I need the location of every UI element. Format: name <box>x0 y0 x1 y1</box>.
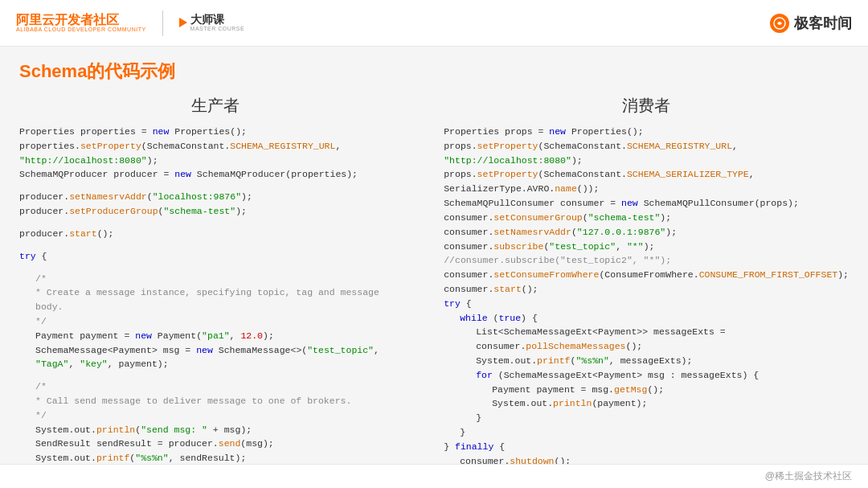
master-course: 大师课 MASTER COURSE <box>179 14 245 32</box>
alibaba-logo: 阿里云开发者社区 ALIBABA CLOUD DEVELOPER COMMUNI… <box>16 13 146 33</box>
header-left: 阿里云开发者社区 ALIBABA CLOUD DEVELOPER COMMUNI… <box>16 10 244 36</box>
geek-svg-icon <box>773 17 786 30</box>
master-en: MASTER COURSE <box>190 26 245 32</box>
producer-code: Properties properties = new Properties()… <box>19 125 411 464</box>
producer-column: 生产者 Properties properties = new Properti… <box>19 95 411 464</box>
main-content: Schema的代码示例 生产者 Properties properties = … <box>0 47 868 464</box>
alibaba-logo-cn: 阿里云开发者社区 <box>16 13 146 27</box>
geek-logo: 极客时间 <box>770 14 852 33</box>
code-columns: 生产者 Properties properties = new Properti… <box>19 95 849 464</box>
header-divider <box>162 10 163 36</box>
producer-title: 生产者 <box>19 95 411 117</box>
header: 阿里云开发者社区 ALIBABA CLOUD DEVELOPER COMMUNI… <box>0 0 868 47</box>
footer-text: @稀土掘金技术社区 <box>765 470 852 483</box>
header-right: 极客时间 <box>770 14 852 33</box>
consumer-column: 消费者 Properties props = new Properties();… <box>444 95 849 464</box>
master-cn: 大师课 <box>190 14 245 26</box>
footer: @稀土掘金技术社区 <box>0 464 868 488</box>
play-icon <box>179 18 187 27</box>
consumer-title: 消费者 <box>444 95 849 117</box>
alibaba-logo-en: ALIBABA CLOUD DEVELOPER COMMUNITY <box>16 27 146 33</box>
consumer-code: Properties props = new Properties(); pro… <box>444 125 849 464</box>
page-title: Schema的代码示例 <box>19 59 849 84</box>
geek-text-label: 极客时间 <box>794 14 852 33</box>
master-text: 大师课 MASTER COURSE <box>190 14 245 32</box>
geek-icon <box>770 14 789 33</box>
